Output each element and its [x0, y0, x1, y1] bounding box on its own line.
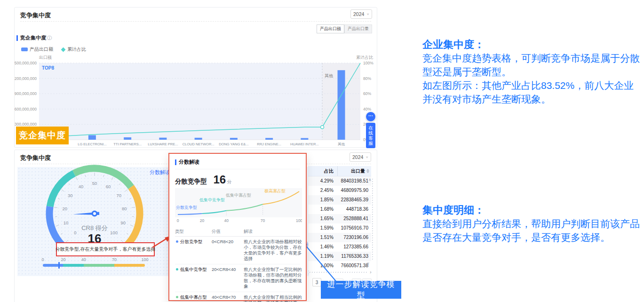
svg-text:900,000,000: 900,000,000: [15, 91, 37, 96]
table-cell: 10756916.70: [337, 223, 371, 233]
table-header-row: 占比 出口量: [308, 166, 371, 176]
slider-segment: [43, 264, 63, 267]
vertical-scrollbar[interactable]: [371, 178, 374, 261]
legend-label: 累计占比: [67, 46, 86, 53]
svg-text:极高寡占型: 极高寡占型: [264, 189, 286, 193]
table-cell: 7230196.06: [337, 233, 371, 242]
svg-text:分散竞争型: 分散竞争型: [176, 205, 197, 210]
scroll-down-icon[interactable]: ∨: [366, 261, 370, 266]
svg-text:低集中竞争型: 低集中竞争型: [199, 198, 225, 202]
annotation-title: 企业集中度：: [422, 38, 642, 51]
metric-tab-产品出口额[interactable]: 产品出口额: [317, 24, 344, 33]
company-share-table: 占比 出口量 4.29%88403198.512.45%46809975.901…: [308, 166, 371, 270]
range-cell: 40<CR8<70: [212, 294, 244, 302]
type-cell: 分散竞争型: [175, 239, 212, 262]
online-service-widget[interactable]: ··· 在线客服: [366, 111, 376, 148]
svg-text:70: 70: [261, 218, 265, 223]
svg-text:10: 10: [64, 220, 69, 225]
scroll-up-icon[interactable]: ∧: [368, 177, 372, 182]
type-dot-icon: [176, 240, 178, 243]
horizontal-scrollbar[interactable]: [309, 271, 368, 274]
svg-text:其他: 其他: [325, 73, 333, 78]
slider-tick-70: 70: [112, 257, 117, 262]
table-row: 低集中寡占型40<CR8<70前八大企业控制了相当比例的市场份额，市场集中度较高: [175, 292, 300, 302]
page-title: 竞争集中度: [20, 11, 51, 20]
table-cell: 1273385.66: [337, 242, 371, 252]
sort-icon[interactable]: [366, 169, 369, 173]
bar-legend-marker: [21, 48, 28, 51]
diamond-legend-marker: [61, 47, 66, 52]
slider-tick-20: 20: [61, 257, 65, 262]
column-header: 解读: [244, 229, 302, 234]
type-cell: 低集中竞争型: [175, 267, 212, 289]
slider-value-marker: [58, 262, 60, 269]
column-header-volume[interactable]: 出口量: [337, 166, 371, 176]
type-dot-icon: [176, 268, 178, 270]
legend-label: 产品出口额: [30, 46, 53, 53]
annotation-paragraph: 如左图所示：其他产业占比83.52%，前八大企业并没有对市场产生垄断现象。: [422, 79, 642, 106]
slider-tick-100: 100: [141, 257, 148, 262]
svg-text:LUXSHARE PRE...: LUXSHARE PRE...: [148, 142, 178, 146]
slider-segment: [84, 264, 114, 267]
page-title: 竞争集中度: [20, 154, 51, 162]
competition-concentration-panel-top: 竞争集中度 2024 ∨ 产品出口额产品出口量 竞企集中度 ⓘ 产品出口额累计占…: [14, 7, 377, 148]
table-cell: 4.29%: [308, 176, 337, 186]
table-cell: 11765336.33: [337, 252, 371, 261]
annotation-paragraph: 直接给到用户分析结果，帮助用户判断目前该产品是否存在大量竞争对手，是否有更多选择…: [422, 217, 642, 244]
metric-tab-产品出口量[interactable]: 产品出口量: [344, 24, 372, 33]
table-row: 1.85%22838465.39: [308, 195, 371, 205]
scroll-right-icon[interactable]: ›: [370, 269, 372, 275]
table-row: 4.29%88403198.51: [308, 176, 371, 186]
table-cell: 1.46%: [308, 242, 337, 252]
pagination-page-3[interactable]: 3: [312, 278, 321, 286]
svg-text:100: 100: [296, 218, 302, 223]
svg-text:30: 30: [68, 193, 73, 198]
year-select[interactable]: 2024 ∨: [350, 9, 372, 19]
year-select[interactable]: 2024 ∨: [350, 152, 371, 162]
section-accent-bar: [16, 35, 18, 41]
table-row: 1.00%76600571.38: [308, 261, 371, 270]
table-row: 1.68%448718.36: [308, 205, 371, 214]
svg-text:70: 70: [116, 193, 121, 198]
table-cell: 2.45%: [308, 186, 337, 195]
score-unit: 分: [227, 179, 231, 185]
year-select-value: 2024: [353, 11, 364, 17]
desc-cell: 前八大企业控制了一定比例的市场份额，但市场仍然相对分散，不存在明显的寡头垄断现象: [244, 267, 302, 289]
slider-tick-40: 40: [81, 257, 86, 262]
desc-cell: 前八大企业控制了相当比例的市场份额，市场集中度较高: [244, 294, 302, 302]
type-dot-icon: [176, 296, 178, 298]
online-service-label[interactable]: 在线客服: [366, 123, 375, 148]
svg-text:LG ELECTRONI...: LG ELECTRONI...: [78, 142, 106, 146]
table-row: 1.46%1273385.66: [308, 242, 371, 252]
table-cell: 88403198.51: [337, 176, 371, 186]
table-cell: 1.19%: [308, 252, 337, 261]
svg-text:80%: 80%: [363, 76, 371, 81]
svg-text:出口额: 出口额: [39, 55, 52, 60]
range-cell: 20<CR8<40: [212, 267, 244, 289]
svg-text:300,000,000: 300,000,000: [15, 122, 37, 127]
interpret-model-button[interactable]: 进一步解读竞争模型: [321, 281, 401, 299]
info-icon[interactable]: ⓘ: [47, 35, 52, 41]
chevron-down-icon: ∨: [366, 155, 368, 159]
svg-text:RRJ ENGINE...: RRJ ENGINE...: [257, 142, 281, 146]
svg-text:1,500,000,000: 1,500,000,000: [15, 61, 37, 65]
chevron-down-icon: ∨: [366, 12, 369, 16]
table-cell: 448718.36: [337, 205, 371, 214]
slider-segment: [63, 264, 83, 267]
annotation-badge-top: 竞企集中度: [16, 127, 69, 144]
svg-text:累计占比: 累计占比: [356, 55, 373, 60]
table-row: 1.51%7230196.06: [308, 233, 371, 242]
table-body: 4.29%88403198.512.45%46809975.901.85%228…: [308, 176, 371, 270]
table-cell: 2528888.41: [337, 214, 371, 223]
svg-text:40%: 40%: [363, 107, 371, 111]
export-bar-line-chart: 出口额累计占比1,500,000,0001,200,000,000900,000…: [15, 53, 377, 147]
section-title: 竞企集中度 ⓘ: [16, 34, 52, 41]
table-cell: 22838465.39: [337, 195, 371, 205]
column-header-share[interactable]: 占比: [308, 166, 337, 176]
svg-text:40: 40: [79, 184, 84, 189]
svg-text:50: 50: [92, 181, 97, 186]
svg-text:CLOUD NETWOR...: CLOUD NETWOR...: [183, 142, 215, 146]
score-zones-curve-chart: 0204070100分散竞争型低集中竞争型低集中寡占型极高寡占型: [175, 188, 302, 226]
chat-dots-icon[interactable]: ···: [366, 111, 376, 122]
svg-text:0: 0: [74, 230, 76, 235]
